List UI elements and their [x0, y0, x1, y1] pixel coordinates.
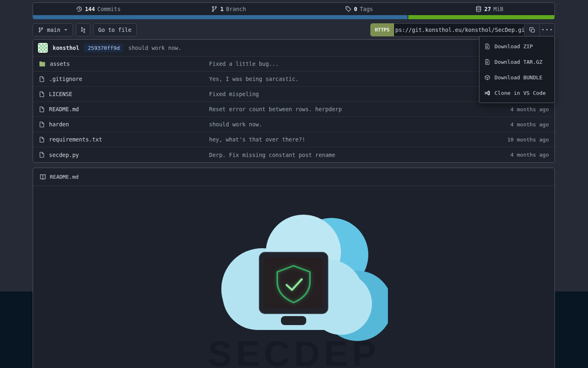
menu-item-label: Clone in VS Code	[494, 90, 546, 96]
history-icon	[76, 6, 82, 12]
secdep-logo-text: SECDEP	[208, 333, 380, 368]
table-row[interactable]: assets Fixed a little bug...	[33, 56, 555, 72]
language-segment-blue[interactable]	[33, 15, 408, 19]
file-age: 4 months ago	[463, 121, 549, 128]
database-icon	[475, 6, 482, 12]
table-row[interactable]: secdep.py Derp. Fix missing constant pos…	[33, 147, 555, 162]
file-commit-message[interactable]: Fixed mispeling	[209, 91, 463, 97]
file-commit-message[interactable]: should work now.	[209, 121, 463, 128]
menu-item-label: Download BUNDLE	[494, 74, 542, 81]
table-row[interactable]: README.md Reset error count between rows…	[33, 102, 555, 117]
copy-icon	[529, 27, 535, 33]
branch-name: main	[47, 27, 60, 33]
menu-item-label: Download TAR.GZ	[494, 59, 542, 65]
file-name[interactable]: LICENSE	[49, 91, 72, 97]
readme-content: SECDEP	[33, 186, 555, 368]
table-row[interactable]: harden should work now. 4 months ago	[33, 117, 555, 132]
file-name[interactable]: .gitignore	[49, 76, 82, 82]
zip-file-icon	[484, 59, 490, 65]
table-row[interactable]: .gitignore Yes, I was being sarcastic.	[33, 72, 555, 87]
file-table: konsthol 259370ff9d should work now. ass…	[33, 39, 555, 163]
compare-icon	[80, 27, 86, 33]
file-name[interactable]: requirements.txt	[49, 136, 102, 143]
table-row[interactable]: LICENSE Fixed mispeling	[33, 87, 555, 102]
file-commit-message[interactable]: Yes, I was being sarcastic.	[209, 76, 463, 82]
clone-url-input[interactable]: ps://git.konsthol.eu/konsthol/SecDep.git	[394, 23, 525, 36]
commit-author[interactable]: konsthol	[53, 45, 79, 51]
zip-file-icon	[484, 43, 490, 49]
book-icon	[40, 174, 46, 180]
file-commit-message[interactable]: Reset error count between rows. herpderp	[209, 106, 463, 112]
branch-icon	[211, 6, 218, 12]
branches-count: 1	[220, 6, 223, 12]
commits-count: 144	[85, 6, 95, 12]
file-icon	[39, 106, 45, 112]
commit-hash-badge[interactable]: 259370ff9d	[84, 44, 123, 52]
language-bar[interactable]	[33, 15, 555, 19]
file-name[interactable]: README.md	[49, 106, 79, 112]
menu-item-download-targz[interactable]: Download TAR.GZ	[479, 54, 555, 70]
file-icon	[39, 137, 45, 143]
readme-title: README.md	[50, 174, 78, 180]
folder-icon	[39, 61, 46, 67]
go-to-file-button[interactable]: Go to file	[93, 23, 137, 36]
repo-toolbar: main Go to file HTTPS ps://git.konsthol.…	[33, 23, 555, 36]
stat-size[interactable]: 27 MiB	[424, 6, 555, 12]
branch-icon	[38, 27, 44, 33]
download-menu: Download ZIP Download TAR.GZ Download BU…	[479, 36, 555, 103]
file-icon	[39, 121, 45, 128]
file-name[interactable]: harden	[49, 121, 69, 128]
chevron-down-icon	[64, 28, 68, 32]
secdep-logo-image: SECDEP	[200, 206, 388, 368]
go-to-file-label: Go to file	[98, 27, 131, 33]
package-icon	[484, 74, 490, 81]
stat-branches[interactable]: 1 Branch	[163, 6, 294, 12]
file-age: 4 months ago	[463, 152, 549, 158]
stat-commits[interactable]: 144 Commits	[33, 6, 163, 12]
file-commit-message[interactable]: hey, what's that over there?!	[209, 136, 463, 143]
vscode-icon	[484, 90, 490, 96]
avatar[interactable]	[38, 43, 48, 53]
file-icon	[39, 152, 45, 158]
menu-item-clone-vscode[interactable]: Clone in VS Code	[479, 85, 555, 101]
file-name[interactable]: secdep.py	[49, 152, 79, 158]
more-actions-button[interactable]: ···	[540, 23, 555, 36]
latest-commit-row[interactable]: konsthol 259370ff9d should work now.	[33, 40, 555, 56]
ellipsis-icon: ···	[541, 26, 553, 34]
menu-item-label: Download ZIP	[494, 43, 533, 49]
tags-count: 0	[354, 6, 357, 12]
language-segment-green[interactable]	[408, 15, 555, 19]
https-protocol-button[interactable]: HTTPS	[370, 23, 394, 36]
tags-label: Tags	[360, 6, 373, 12]
stat-tags[interactable]: 0 Tags	[294, 6, 424, 12]
repo-size-label: MiB	[493, 6, 503, 12]
copy-url-button[interactable]	[525, 23, 540, 36]
table-row[interactable]: requirements.txt hey, what's that over t…	[33, 132, 555, 147]
file-icon	[39, 76, 45, 82]
commit-message[interactable]: should work now.	[128, 45, 181, 51]
file-commit-message[interactable]: Fixed a little bug...	[209, 61, 463, 67]
file-age: 10 months ago	[463, 137, 549, 143]
readme-header[interactable]: README.md	[33, 168, 555, 186]
menu-item-download-bundle[interactable]: Download BUNDLE	[479, 70, 555, 85]
file-age: 4 months ago	[463, 106, 549, 112]
repo-size-value: 27	[484, 6, 491, 12]
branches-label: Branch	[226, 6, 246, 12]
compare-branches-button[interactable]	[76, 23, 90, 36]
tag-icon	[345, 6, 352, 12]
menu-item-download-zip[interactable]: Download ZIP	[479, 38, 555, 54]
https-label: HTTPS	[375, 27, 390, 33]
file-commit-message[interactable]: Derp. Fix missing constant post rename	[209, 152, 463, 158]
clone-panel: HTTPS ps://git.konsthol.eu/konsthol/SecD…	[370, 23, 555, 36]
file-icon	[39, 91, 45, 97]
clone-url-text: ps://git.konsthol.eu/konsthol/SecDep.git	[395, 27, 525, 33]
file-name[interactable]: assets	[50, 61, 70, 67]
commits-label: Commits	[97, 6, 120, 12]
branch-selector[interactable]: main	[33, 23, 73, 36]
repo-stats-bar: 144 Commits 1 Branch 0 Tags 27 MiB	[33, 2, 555, 15]
readme-panel: README.md SECDEP	[33, 168, 555, 368]
